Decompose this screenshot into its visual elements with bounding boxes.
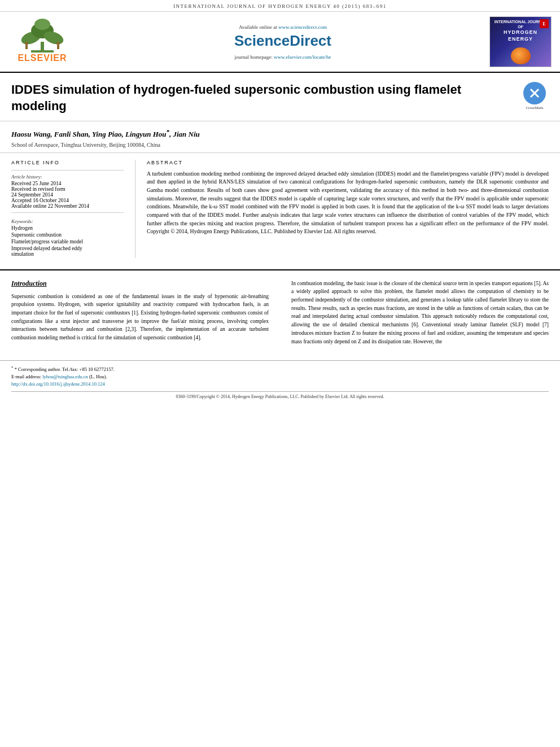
elsevier-tree-logo <box>14 16 71 53</box>
copyright-text: 0360-3199/Copyright © 2014, Hydrogen Ene… <box>176 394 384 399</box>
header-center: Available online at www.sciencedirect.co… <box>85 16 481 67</box>
divider-1 <box>11 170 124 171</box>
divider-2 <box>11 212 124 213</box>
authors-affiliation: School of Aerospace, Tsinghua University… <box>11 142 549 148</box>
keywords-label: Keywords: <box>11 219 124 224</box>
available-online-text: Available online at www.sciencedirect.co… <box>239 24 327 30</box>
article-info-column: ARTICLE INFO Article history: Received 2… <box>11 160 135 258</box>
article-history: Article history: Received 25 June 2014 R… <box>11 174 124 209</box>
sciencedirect-title: ScienceDirect <box>234 32 331 50</box>
available-date: Available online 22 November 2014 <box>11 203 124 209</box>
revised-label: Received in revised form <box>11 186 124 192</box>
svg-rect-1 <box>31 50 54 53</box>
two-col-main: Introduction Supersonic combustion is co… <box>11 279 549 350</box>
corresponding-author: * * Corresponding author. Tel./fax: +85 … <box>11 365 549 372</box>
svg-rect-7 <box>25 45 28 49</box>
crossmark-label: CrossMark <box>526 106 543 110</box>
sciencedirect-url[interactable]: www.sciencedirect.com <box>278 24 327 30</box>
accepted-date: Accepted 16 October 2014 <box>11 198 124 203</box>
revised-date: 24 September 2014 <box>11 192 124 198</box>
main-content-section: Introduction Supersonic combustion is co… <box>0 269 560 361</box>
svg-rect-9 <box>57 45 59 49</box>
elsevier-wordmark: ELSEVIER <box>18 53 67 63</box>
footer-section: * * Corresponding author. Tel./fax: +85 … <box>0 360 560 401</box>
crossmark-section: CrossMark <box>520 82 549 110</box>
keyword-2: Supersonic combustion <box>11 232 124 238</box>
article-title-text: IDDES simulation of hydrogen-fueled supe… <box>11 82 509 114</box>
main-left-column: Introduction Supersonic combustion is co… <box>11 279 274 350</box>
introduction-heading: Introduction <box>11 279 269 288</box>
article-info-abstract-section: ARTICLE INFO Article history: Received 2… <box>0 152 560 265</box>
crossmark-badge <box>523 82 546 104</box>
abstract-column: ABSTRACT A turbulent combustion modeling… <box>135 160 549 258</box>
elsevier-small-logo: E <box>540 19 549 28</box>
keyword-3: Flamelet/progress variable model <box>11 239 124 244</box>
keywords-section: Keywords: Hydrogen Supersonic combustion… <box>11 219 124 257</box>
authors-names: Haosu Wang, Fanli Shan, Ying Piao, Lingy… <box>11 128 549 139</box>
email-link[interactable]: lyhou@tsinghua.edu.cn <box>42 374 88 379</box>
abstract-heading: ABSTRACT <box>147 160 549 165</box>
introduction-right-text: In combustion modeling, the basic issue … <box>291 279 549 346</box>
article-title: IDDES simulation of hydrogen-fueled supe… <box>11 82 509 114</box>
keyword-4: Improved delayed detached eddysimulation <box>11 246 124 257</box>
header-section: ELSEVIER Available online at www.science… <box>0 12 560 73</box>
email-note: E-mail address: lyhou@tsinghua.edu.cn (L… <box>11 374 549 379</box>
copyright-bar: 0360-3199/Copyright © 2014, Hydrogen Ene… <box>11 391 549 399</box>
authors-section: Haosu Wang, Fanli Shan, Ying Piao, Lingy… <box>0 121 560 152</box>
received-date: Received 25 June 2014 <box>11 181 124 186</box>
svg-point-5 <box>34 19 50 30</box>
abstract-text: A turbulent combustion modeling method c… <box>147 170 549 237</box>
history-label: Article history: <box>11 174 124 180</box>
journal-header-bar: INTERNATIONAL JOURNAL OF HYDROGEN ENERGY… <box>0 0 560 12</box>
doi-line: http://dx.doi.org/10.1016/j.ijhydene.201… <box>11 381 549 387</box>
header-right: International Journal ofHYDROGENENERGY E <box>487 16 554 67</box>
article-info-heading: ARTICLE INFO <box>11 160 124 165</box>
journal-title-bar: INTERNATIONAL JOURNAL OF HYDROGEN ENERGY… <box>173 3 387 9</box>
main-right-column: In combustion modeling, the basic issue … <box>286 279 549 350</box>
keyword-1: Hydrogen <box>11 225 124 231</box>
journal-url[interactable]: www.elsevier.com/locate/he <box>274 54 331 60</box>
doi-link[interactable]: http://dx.doi.org/10.1016/j.ijhydene.201… <box>11 381 105 387</box>
svg-point-6 <box>25 42 28 45</box>
introduction-left-text: Supersonic combustion is considered as o… <box>11 292 269 342</box>
article-title-section: IDDES simulation of hydrogen-fueled supe… <box>0 73 560 121</box>
journal-homepage-text: journal homepage: www.elsevier.com/locat… <box>235 54 331 60</box>
svg-point-8 <box>56 42 60 45</box>
crossmark-icon <box>526 85 543 102</box>
journal-cover-thumbnail: International Journal ofHYDROGENENERGY E <box>489 16 552 67</box>
elsevier-logo-section: ELSEVIER <box>6 16 79 67</box>
journal-cover-graphic <box>511 47 531 64</box>
